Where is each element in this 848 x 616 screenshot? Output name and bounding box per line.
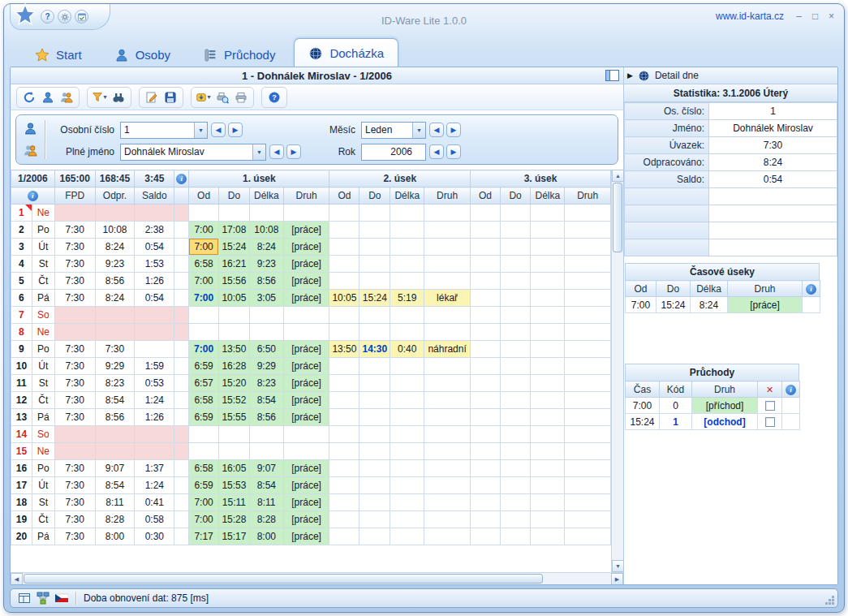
panel-toggle-icon[interactable] (605, 70, 619, 81)
usek3-druh-cell[interactable] (565, 460, 611, 477)
usek2-delka-cell[interactable] (390, 409, 424, 426)
saldo-cell[interactable]: 1:26 (135, 409, 174, 426)
attendance-row[interactable]: 12 Čt 7:30 8:54 1:24 6:58 15:52 8:54 (11, 392, 611, 409)
usek3-od-cell[interactable] (471, 494, 501, 511)
pruchod-druh-cell[interactable]: [odchod] (692, 414, 758, 430)
day-number-cell[interactable]: 19 (11, 511, 32, 528)
day-number-cell[interactable]: 18 (11, 494, 32, 511)
attendance-row[interactable]: 9 Po 7:30 7:30 7:00 13:50 6:50 [prác (11, 341, 611, 358)
day-number-cell[interactable]: 13 (11, 409, 32, 426)
pruchod-row[interactable]: 7:00 0 [příchod] (626, 398, 800, 414)
usek1-delka-cell[interactable]: 6:50 (249, 341, 283, 358)
tab-dochazka[interactable]: Docházka (294, 38, 398, 67)
usek2-delka-cell[interactable] (390, 443, 424, 460)
usek2-do-cell[interactable] (359, 392, 390, 409)
usek3-do-cell[interactable] (500, 494, 531, 511)
chevron-down-icon[interactable]: ▼ (412, 123, 425, 138)
usek3-druh-cell[interactable] (565, 528, 611, 545)
usek3-delka-cell[interactable] (531, 256, 565, 273)
usek2-druh-cell[interactable] (424, 222, 471, 239)
day-number-cell[interactable]: 6 (11, 290, 32, 307)
usek2-druh-cell[interactable] (424, 256, 471, 273)
fpd-cell[interactable]: 7:30 (54, 460, 95, 477)
usek2-do-cell[interactable] (359, 511, 390, 528)
scroll-right-button[interactable]: ▶ (611, 573, 623, 585)
usek2-delka-cell[interactable] (390, 324, 424, 341)
usek2-od-cell[interactable] (329, 409, 359, 426)
usek2-delka-cell[interactable] (390, 239, 424, 256)
usek1-delka-cell[interactable]: 8:00 (249, 528, 283, 545)
usek3-delka-cell[interactable] (531, 409, 565, 426)
saldo-cell[interactable]: 0:54 (135, 290, 174, 307)
network-icon[interactable] (37, 592, 50, 605)
usek3-delka-cell[interactable] (531, 205, 565, 222)
day-name-cell[interactable]: Čt (32, 511, 54, 528)
usek1-do-cell[interactable]: 15:20 (218, 375, 249, 392)
usek2-delka-cell[interactable] (390, 392, 424, 409)
usek2-druh-cell[interactable] (424, 392, 471, 409)
fpd-cell[interactable]: 7:30 (54, 358, 95, 375)
usek1-druh-cell[interactable]: [práce] (283, 341, 329, 358)
usek1-od-cell[interactable]: 6:58 (189, 256, 219, 273)
horizontal-scrollbar[interactable]: ◀ ▶ (11, 572, 623, 584)
save-button[interactable] (162, 89, 179, 106)
usek2-do-cell[interactable] (359, 256, 390, 273)
usek1-delka-cell[interactable]: 9:29 (249, 358, 283, 375)
attendance-row[interactable]: 16 Po 7:30 9:07 1:37 6:58 16:05 9:07 (11, 460, 611, 477)
settings-gear-button[interactable] (58, 10, 71, 24)
usek2-od-cell[interactable]: 13:50 (329, 341, 359, 358)
attendance-row[interactable]: 7 So (11, 307, 611, 324)
usek3-druh-cell[interactable] (565, 392, 611, 409)
usek3-delka-cell[interactable] (531, 460, 565, 477)
usek1-od-cell[interactable]: 6:59 (189, 358, 219, 375)
usek3-od-cell[interactable] (471, 375, 501, 392)
chevron-down-icon[interactable]: ▼ (252, 144, 265, 160)
usek3-do-cell[interactable] (500, 375, 531, 392)
usek3-do-cell[interactable] (500, 324, 531, 341)
fpd-cell[interactable]: 7:30 (54, 528, 95, 545)
usek1-druh-cell[interactable]: [práce] (283, 358, 329, 375)
usek3-druh-cell[interactable] (565, 222, 611, 239)
usek3-druh-cell[interactable] (565, 443, 611, 460)
next-person-button[interactable]: ▶ (228, 123, 243, 137)
odpr-cell[interactable]: 8:11 (95, 494, 135, 511)
usek-od-cell[interactable]: 7:00 (626, 297, 656, 313)
usek3-od-cell[interactable] (471, 477, 501, 494)
usek3-do-cell[interactable] (500, 290, 531, 307)
odpr-cell[interactable]: 8:00 (95, 528, 135, 545)
usek2-do-cell[interactable] (359, 324, 390, 341)
usek1-od-cell[interactable] (189, 443, 219, 460)
usek3-do-cell[interactable] (500, 307, 531, 324)
usek2-delka-cell[interactable] (390, 426, 424, 443)
usek3-druh-cell[interactable] (565, 324, 611, 341)
usek1-druh-cell[interactable]: [práce] (283, 477, 329, 494)
usek1-druh-cell[interactable]: [práce] (283, 460, 329, 477)
attendance-row[interactable]: 14 So (11, 426, 611, 443)
tab-osoby[interactable]: Osoby (101, 42, 184, 67)
saldo-cell[interactable]: 1:59 (135, 358, 174, 375)
usek1-druh-cell[interactable]: [práce] (283, 239, 329, 256)
usek2-od-cell[interactable] (329, 205, 359, 222)
people-month-button[interactable] (58, 89, 75, 106)
fpd-cell[interactable]: 7:30 (54, 392, 95, 409)
usek1-druh-cell[interactable] (283, 307, 329, 324)
day-name-cell[interactable]: St (32, 375, 54, 392)
odpr-cell[interactable] (95, 324, 135, 341)
usek2-delka-cell[interactable] (390, 494, 424, 511)
usek1-od-cell[interactable]: 7:00 (189, 511, 219, 528)
usek3-delka-cell[interactable] (531, 341, 565, 358)
odpr-cell[interactable]: 8:56 (95, 273, 135, 290)
usek3-delka-cell[interactable] (531, 358, 565, 375)
fpd-cell[interactable]: 7:30 (54, 477, 95, 494)
usek1-druh-cell[interactable]: [práce] (283, 256, 329, 273)
day-number-cell[interactable]: 7 (11, 307, 32, 324)
saldo-cell[interactable]: 0:41 (135, 494, 174, 511)
usek3-delka-cell[interactable] (531, 528, 565, 545)
odpr-cell[interactable] (95, 205, 135, 222)
usek2-druh-cell[interactable] (424, 239, 471, 256)
usek1-druh-cell[interactable]: [práce] (283, 511, 329, 528)
saldo-cell[interactable]: 0:58 (135, 511, 174, 528)
usek1-delka-cell[interactable] (249, 205, 283, 222)
usek3-druh-cell[interactable] (565, 273, 611, 290)
day-name-cell[interactable]: Po (32, 460, 54, 477)
